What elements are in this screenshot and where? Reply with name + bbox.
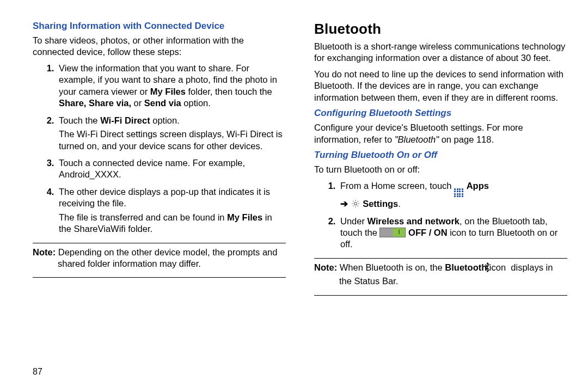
- sharing-steps-list: View the information that you want to sh…: [33, 63, 286, 235]
- step-1-text-g: option.: [181, 98, 211, 108]
- step-1-my-files: My Files: [150, 87, 186, 96]
- settings-gear-icon: [351, 199, 360, 209]
- turn-intro: To turn Bluetooth on or off:: [314, 164, 567, 175]
- note-rule-top-right: [314, 258, 567, 259]
- note-right-bt: Bluetooth: [445, 262, 487, 272]
- heading-turning-bt: Turning Bluetooth On or Off: [314, 150, 567, 161]
- turning-bt-steps: From a Home screen, touch Apps ➔ Setting…: [314, 180, 567, 250]
- bt-step-2-wireless: Wireless and network: [367, 216, 460, 226]
- heading-bluetooth: Bluetooth: [314, 21, 567, 38]
- note-right: Note: When Bluetooth is on, the Bluetoot…: [314, 262, 567, 287]
- bt-step-1: From a Home screen, touch Apps ➔ Setting…: [338, 180, 567, 210]
- page-number: 87: [33, 367, 42, 377]
- right-column: Bluetooth Bluetooth is a short-range wir…: [300, 21, 567, 381]
- step-2-text-c: option.: [150, 115, 180, 125]
- step-4-text: The other device displays a pop-up that …: [59, 187, 270, 208]
- step-4-result: The file is transferred and can be found…: [59, 212, 286, 235]
- bt-step-1-apps: Apps: [467, 181, 489, 191]
- note-rule-bottom-right: [314, 295, 567, 296]
- page: Sharing Information with Connected Devic…: [0, 0, 588, 392]
- bt-step-2: Under Wireless and network, on the Bluet…: [338, 216, 567, 250]
- note-left: Note: Depending on the other device mode…: [33, 247, 286, 270]
- step-2-text-a: Touch the: [59, 115, 100, 125]
- configure-text-c: on page 118.: [439, 134, 494, 144]
- step-1-share-via: Share, Share via,: [59, 98, 131, 108]
- bt-step-2-offon: OFF / ON: [408, 228, 448, 237]
- note-right-label: Note:: [314, 262, 337, 272]
- heading-configuring-bt: Configuring Bluetooth Settings: [314, 108, 567, 119]
- step-4-result-a: The file is transferred and can be found…: [59, 212, 227, 222]
- bt-step-1-dot: .: [398, 199, 401, 209]
- note-rule-top: [33, 243, 286, 243]
- step-2: Touch the Wi-Fi Direct option. The Wi-Fi…: [57, 115, 286, 152]
- apps-grid-icon: [454, 188, 464, 198]
- left-column: Sharing Information with Connected Devic…: [33, 21, 300, 381]
- step-1-text-e: or: [131, 98, 144, 108]
- intro-paragraph: To share videos, photos, or other inform…: [33, 35, 286, 58]
- off-on-toggle-icon: [379, 228, 406, 237]
- bt-step-2-a: Under: [340, 216, 367, 226]
- step-4-my-files: My Files: [227, 212, 262, 222]
- bt-paragraph-2: You do not need to line up the devices t…: [314, 69, 567, 103]
- step-4: The other device displays a pop-up that …: [57, 186, 286, 235]
- bt-step-1-settings: Settings: [363, 199, 398, 209]
- step-1-send-via: Send via: [144, 98, 181, 108]
- note-text: Depending on the other device model, the…: [56, 247, 277, 268]
- configure-paragraph: Configure your device's Bluetooth settin…: [314, 122, 567, 145]
- step-1: View the information that you want to sh…: [57, 63, 286, 109]
- arrow-icon: ➔: [340, 199, 348, 209]
- note-rule-bottom: [33, 277, 286, 278]
- step-3: Touch a connected device name. For examp…: [57, 157, 286, 181]
- step-3-text: Touch a connected device name. For examp…: [59, 158, 245, 179]
- note-label: Note:: [33, 247, 56, 257]
- configure-ref: "Bluetooth": [395, 134, 439, 144]
- bt-paragraph-1: Bluetooth is a short-range wireless comm…: [314, 41, 567, 64]
- step-1-text-c: folder, then touch the: [186, 87, 272, 96]
- step-2-result: The Wi-Fi Direct settings screen display…: [59, 128, 286, 152]
- svg-point-0: [354, 202, 357, 205]
- note-right-a: When Bluetooth is on, the: [337, 262, 445, 272]
- bt-step-1-a: From a Home screen, touch: [340, 181, 454, 191]
- step-2-wifi-direct: Wi-Fi Direct: [100, 115, 150, 125]
- heading-sharing-info: Sharing Information with Connected Devic…: [33, 21, 286, 32]
